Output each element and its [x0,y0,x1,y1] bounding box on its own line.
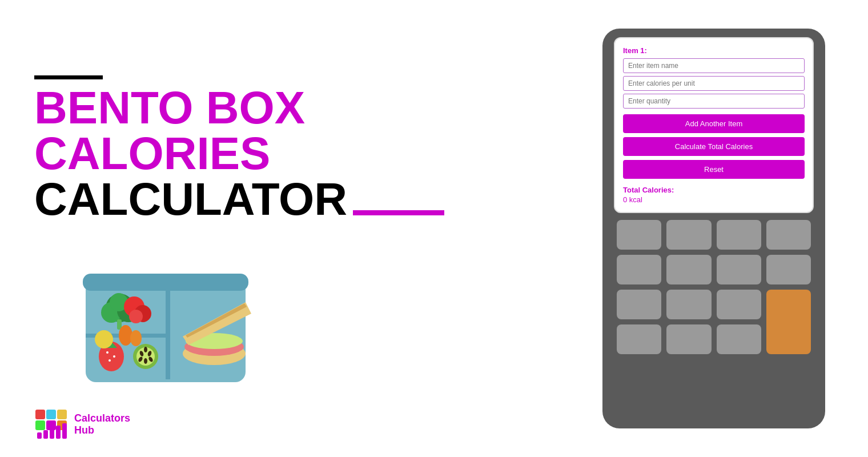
calories-per-unit-input[interactable] [623,76,805,91]
svg-point-21 [129,310,143,323]
calculator-device: Item 1: Add Another Item Calculate Total… [602,29,825,428]
reset-button[interactable]: Reset [623,160,805,179]
key-13[interactable] [666,324,711,354]
right-section: Item 1: Add Another Item Calculate Total… [594,29,834,428]
left-section: BENTO BOX CALORIES CALCULATOR [34,64,594,394]
bento-illustration [69,245,263,394]
svg-rect-41 [50,428,54,439]
key-12[interactable] [617,324,661,354]
svg-rect-43 [62,423,67,439]
svg-rect-34 [46,410,56,419]
svg-point-32 [130,330,142,346]
key-14[interactable] [717,324,761,354]
title-line2: CALORIES [34,131,594,177]
key-3[interactable] [717,220,761,250]
logo-text: Calculators Hub [74,412,130,436]
svg-rect-33 [35,410,45,419]
key-2[interactable] [666,220,711,250]
key-6[interactable] [666,255,711,284]
svg-point-18 [108,359,111,362]
key-orange[interactable] [766,290,811,354]
calculator-keypad [614,220,814,354]
svg-point-16 [106,351,108,354]
calculate-total-calories-button[interactable]: Calculate Total Calories [623,137,805,156]
svg-rect-35 [57,410,67,419]
title-line1: BENTO BOX [34,85,594,131]
quantity-input[interactable] [623,94,805,109]
svg-point-27 [144,358,147,364]
svg-rect-36 [35,420,45,430]
key-10[interactable] [666,290,711,319]
item-label: Item 1: [623,46,805,55]
calculator-screen: Item 1: Add Another Item Calculate Total… [614,37,814,213]
svg-point-17 [113,355,115,358]
svg-point-26 [144,347,147,352]
key-9[interactable] [617,290,661,319]
svg-rect-1 [83,274,248,291]
svg-rect-40 [43,430,48,439]
svg-point-30 [95,330,113,348]
svg-rect-42 [56,426,61,439]
logo-icon [34,408,69,440]
logo-hub-text: Hub [74,424,130,436]
title-line3-row: CALCULATOR [34,177,594,222]
key-11[interactable] [717,290,761,319]
key-5[interactable] [617,255,661,284]
key-1[interactable] [617,220,661,250]
logo-calculators-text: Calculators [74,412,130,424]
logo-section: Calculators Hub [34,408,130,440]
key-8[interactable] [766,255,811,284]
svg-rect-39 [37,432,42,439]
title-underline [353,210,444,215]
key-4[interactable] [766,220,811,250]
item-name-input[interactable] [623,58,805,73]
key-7[interactable] [717,255,761,284]
title-line3: CALCULATOR [34,177,347,222]
title-top-bar [34,75,103,79]
total-calories-value: 0 kcal [623,195,805,204]
add-another-item-button[interactable]: Add Another Item [623,114,805,133]
total-calories-label: Total Calories: [623,186,805,194]
svg-point-31 [119,325,132,346]
